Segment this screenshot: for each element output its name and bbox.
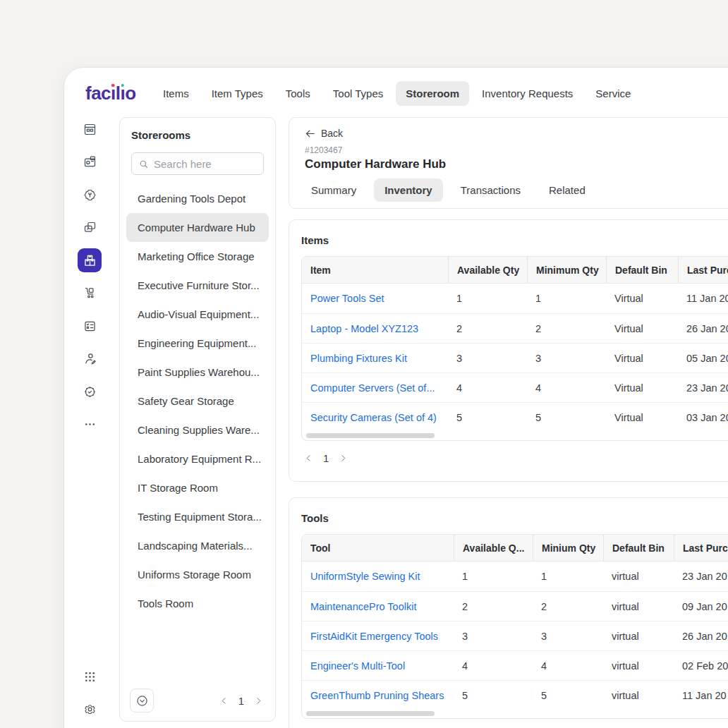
record-tabs: SummaryInventoryTransactionsRelated: [301, 178, 728, 202]
table-row: Power Tools Set 1 1 Virtual 11 Jan 20: [302, 284, 728, 313]
person-icon[interactable]: [78, 347, 102, 371]
storeroom-list-item[interactable]: Engineering Equipment...: [126, 329, 269, 358]
back-link[interactable]: Back: [305, 128, 343, 139]
storeroom-list-item[interactable]: Executive Furniture Stor...: [126, 271, 269, 300]
inventory-requests-icon[interactable]: [78, 281, 102, 305]
chevron-left-icon: [220, 697, 228, 705]
tool-link[interactable]: UniformStyle Sewing Kit: [310, 571, 420, 582]
storeroom-list-item[interactable]: Uniforms Storage Room: [126, 560, 269, 589]
storerooms-search[interactable]: [131, 152, 264, 175]
tool-link[interactable]: FirstAidKit Emergency Tools: [310, 631, 438, 642]
prev-page-button[interactable]: [305, 454, 313, 462]
cell-last-purchased: 26 Jan 20: [674, 631, 728, 642]
page-number[interactable]: 1: [323, 452, 329, 464]
storerooms-list: Gardening Tools DepotComputer Hardware H…: [120, 184, 275, 618]
cell-item-name: Security Cameras (Set of 4): [302, 412, 448, 423]
cell-available-qty: 2: [454, 601, 533, 612]
storeroom-list-item[interactable]: Audio-Visual Equipment...: [126, 300, 269, 329]
horizontal-scrollbar[interactable]: [306, 711, 435, 716]
next-page-button[interactable]: [339, 454, 347, 462]
item-link[interactable]: Security Cameras (Set of 4): [310, 412, 437, 423]
cell-available-qty: 1: [448, 293, 527, 304]
tools-card: Tools ToolAvailable Q...Minium QtyDefaul…: [289, 497, 728, 728]
nav-item[interactable]: Item Types: [202, 81, 273, 106]
cell-minimum-qty: 1: [533, 571, 603, 582]
storeroom-list-item[interactable]: Landscaping Materials...: [126, 531, 269, 560]
cell-last-purchased: 23 Jan 20: [674, 571, 728, 582]
cell-available-qty: 3: [448, 353, 527, 364]
icon-rail-bottom: [78, 665, 102, 728]
item-link[interactable]: Plumbing Fixtures Kit: [310, 353, 407, 364]
table-row: UniformStyle Sewing Kit 1 1 virtual 23 J…: [302, 562, 728, 591]
module-nav: ItemsItem TypesToolsTool TypesStoreroomI…: [153, 81, 641, 106]
item-link[interactable]: Laptop - Model XYZ123: [310, 323, 418, 334]
cell-default-bin: Virtual: [606, 353, 678, 364]
cell-last-purchased: 05 Jan 20: [678, 353, 728, 364]
nav-item[interactable]: Items: [153, 81, 199, 106]
item-link[interactable]: Computer Servers (Set of...: [310, 382, 435, 394]
nav-item[interactable]: Tools: [276, 81, 320, 106]
tool-link[interactable]: MaintenancePro Toolkit: [310, 601, 416, 612]
tab[interactable]: Inventory: [374, 178, 443, 202]
nav-item[interactable]: Inventory Requests: [472, 81, 583, 106]
items-card: Items ItemAvailable QtyMinimum QtyDefaul…: [289, 219, 728, 482]
items-section-title: Items: [301, 234, 728, 246]
nav-item[interactable]: Tool Types: [323, 81, 393, 106]
cell-minimum-qty: 5: [533, 690, 603, 701]
logo-i-teal-dot: ı: [121, 83, 126, 104]
cell-default-bin: virtual: [603, 690, 674, 701]
tab[interactable]: Related: [538, 178, 596, 202]
storeroom-list-item[interactable]: Safety Gear Storage: [126, 387, 269, 415]
item-types-icon[interactable]: [78, 150, 102, 174]
tab[interactable]: Transactions: [450, 178, 531, 202]
storeroom-list-item[interactable]: Paint Supplies Warehou...: [126, 358, 269, 387]
items-icon[interactable]: [78, 117, 102, 141]
storeroom-list-item[interactable]: Computer Hardware Hub: [126, 213, 269, 242]
more-icon[interactable]: [78, 413, 102, 437]
column-header: Default Bin: [603, 535, 674, 561]
item-link[interactable]: Power Tools Set: [310, 293, 384, 304]
apps-grid-icon[interactable]: [78, 665, 102, 688]
tool-types-icon[interactable]: [78, 216, 102, 240]
tab[interactable]: Summary: [301, 178, 367, 202]
items-table-body: Power Tools Set 1 1 Virtual 11 Jan 20 La…: [302, 284, 728, 432]
prev-page-button[interactable]: [220, 697, 228, 705]
chevron-right-icon: [339, 454, 347, 462]
storeroom-icon[interactable]: [78, 248, 102, 272]
tools-table-body: UniformStyle Sewing Kit 1 1 virtual 23 J…: [302, 562, 728, 710]
next-page-button[interactable]: [255, 697, 262, 705]
tool-link[interactable]: GreenThumb Pruning Shears: [310, 690, 444, 701]
cell-available-qty: 4: [454, 660, 533, 672]
storeroom-list-item[interactable]: Marketing Office Storage: [126, 242, 269, 271]
column-header: Last Purc: [678, 257, 728, 283]
back-arrow-icon: [305, 128, 315, 139]
tool-link[interactable]: Engineer's Multi-Tool: [310, 660, 405, 672]
nav-item[interactable]: Service: [586, 81, 641, 106]
nav-item[interactable]: Storeroom: [396, 81, 469, 106]
storeroom-list-item[interactable]: Laboratory Equipment R...: [126, 444, 269, 473]
table-row: Plumbing Fixtures Kit 3 3 Virtual 05 Jan…: [302, 343, 728, 372]
service-icon[interactable]: [78, 380, 102, 404]
cell-tool-name: GreenThumb Pruning Shears: [302, 690, 454, 701]
facilio-logo[interactable]: facılıo: [85, 83, 142, 104]
search-input[interactable]: [154, 158, 257, 170]
cell-last-purchased: 02 Feb 20: [674, 660, 728, 672]
cell-default-bin: Virtual: [606, 382, 678, 394]
cell-default-bin: virtual: [603, 631, 674, 642]
settings-gear-icon[interactable]: [78, 698, 102, 722]
collapse-panel-button[interactable]: [130, 688, 154, 712]
storeroom-list-item[interactable]: Testing Equipment Stora...: [126, 502, 269, 531]
cell-item-name: Laptop - Model XYZ123: [302, 323, 448, 334]
horizontal-scrollbar[interactable]: [306, 433, 435, 438]
storeroom-list-item[interactable]: Gardening Tools Depot: [126, 184, 269, 213]
page-number[interactable]: 1: [238, 695, 244, 707]
storeroom-list-item[interactable]: Tools Room: [126, 589, 269, 618]
forms-icon[interactable]: [78, 314, 102, 338]
cell-available-qty: 4: [448, 382, 527, 394]
storeroom-list-item[interactable]: Cleaning Supplies Ware...: [126, 415, 269, 444]
tools-icon[interactable]: [78, 183, 102, 207]
storeroom-list-item[interactable]: IT Storage Room: [126, 473, 269, 502]
app-window: facılıo ItemsItem TypesToolsTool TypesSt…: [63, 67, 728, 728]
cell-tool-name: MaintenancePro Toolkit: [302, 601, 454, 612]
cell-default-bin: virtual: [603, 571, 674, 582]
